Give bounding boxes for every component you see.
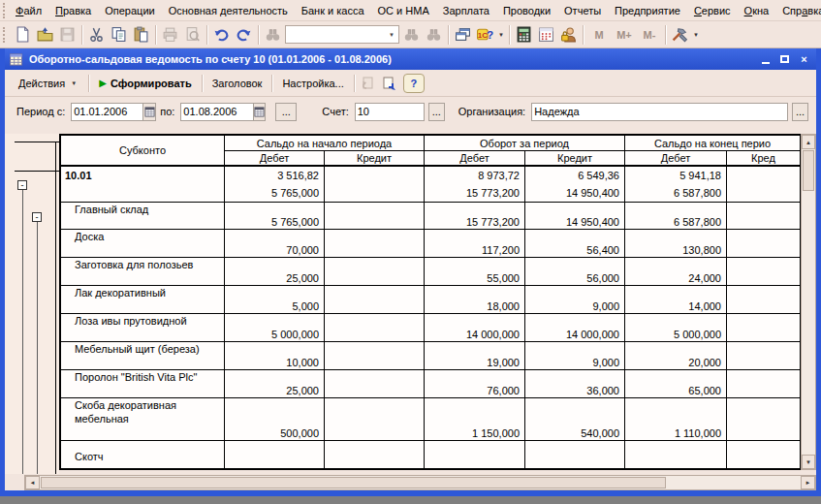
column-group-closing-balance[interactable]: Сальдо на конец перио [625,136,801,151]
chevron-down-icon[interactable]: ▼ [496,32,506,38]
user-lock-icon[interactable] [557,24,580,46]
scroll-right-icon[interactable]: ► [801,476,815,489]
period-more-button[interactable]: ... [275,103,297,121]
minimize-button[interactable] [757,52,774,67]
organization-more-button[interactable]: ... [792,103,808,121]
period-to-field[interactable] [180,103,266,121]
calendar-picker-icon[interactable] [142,104,155,120]
organization-input[interactable] [532,106,787,117]
search-combobox[interactable]: ▼ [285,25,399,44]
search-combobox-input[interactable] [286,29,381,41]
row-label-cell: Мебельный щит (береза) [61,342,225,369]
memory-minus-button: M- [637,24,662,46]
table-row[interactable]: Скоба декоративнаямебельная500,0001 150,… [61,398,801,441]
actions-menu-button[interactable]: Действия ▼ [11,74,86,93]
table-row[interactable]: Лоза ивы прутовидной5 000,00014 000,0001… [61,314,801,342]
copy-icon[interactable] [108,24,130,46]
print-icon [159,24,181,46]
save-settings-icon[interactable] [378,74,399,93]
cell-value [225,412,324,425]
menu-проводки[interactable]: Проводки [496,2,557,19]
menu-правка[interactable]: Правка [48,2,98,19]
calendar-icon[interactable] [535,24,557,46]
menu-банк-и-касса[interactable]: Банк и касса [295,2,371,19]
column-header-subconto[interactable]: Субконто [61,136,225,165]
generate-button[interactable]: ▶ Сформировать [91,74,200,93]
table-row[interactable]: Доска70,000117,20056,400130,800 [61,230,801,258]
value-cell: 70,000 [225,230,325,257]
column-header-credit[interactable]: Кредит [325,151,425,165]
windows-icon[interactable] [452,24,474,46]
calculator-icon[interactable] [513,24,535,46]
calendar-picker-icon[interactable] [253,104,266,120]
menu-предприятие[interactable]: Предприятие [608,2,687,19]
window-titlebar[interactable]: Оборотно-сальдовая ведомость по счету 10… [5,48,816,70]
grouping-margin: -- [5,134,59,474]
column-header-debit[interactable]: Дебет [225,151,325,165]
menu-операции[interactable]: Операции [98,2,161,19]
toolbar-grip-handle[interactable] [3,27,8,43]
horizontal-scroll-thumb[interactable] [41,477,666,488]
column-group-period-turnover[interactable]: Оборот за период [425,136,625,151]
restore-settings-icon[interactable] [357,74,378,93]
chevron-down-icon[interactable]: ▼ [385,32,398,38]
close-button[interactable]: × [796,52,812,67]
vertical-scroll-track[interactable] [802,192,815,455]
menu-основная-деятельность[interactable]: Основная деятельность [162,2,295,19]
menu-сервис[interactable]: Сервис [687,2,738,19]
cut-icon[interactable] [85,24,108,46]
menu-ос-и-нма[interactable]: ОС и НМА [371,2,436,19]
collapse-group-button[interactable]: - [32,212,42,222]
new-document-icon[interactable] [12,24,34,46]
collapse-group-button[interactable]: - [17,180,27,190]
period-to-input[interactable] [181,106,252,117]
column-header-debit[interactable]: Дебет [425,151,525,165]
maximize-button[interactable] [776,52,793,67]
open-icon[interactable] [34,24,56,46]
period-from-field[interactable] [71,103,156,121]
account-more-button[interactable]: ... [428,103,445,121]
table-row[interactable]: Скотч [61,441,801,470]
menu-окна[interactable]: Окна [738,2,776,19]
column-header-credit[interactable]: Кредит [525,151,625,165]
redo-icon[interactable] [233,24,255,46]
table-row[interactable]: Поролон "British Vita Plc"25,00076,00036… [61,370,801,398]
horizontal-scroll-track[interactable] [667,476,801,489]
table-row[interactable]: Лак декоративный5,00018,0009,00014,000 [61,286,801,314]
menubar-grip-handle[interactable] [3,3,5,18]
tools-icon[interactable] [669,24,691,46]
table-row[interactable]: Заготовка для полозьев25,00055,00056,000… [61,258,801,286]
table-row[interactable]: 10.013 516,825 765,0008 973,7215 773,200… [61,167,801,203]
help-button[interactable]: ? [403,74,425,93]
column-header-debit[interactable]: Дебет [625,151,727,165]
account-input[interactable] [356,106,424,117]
paste-icon[interactable] [130,24,152,46]
scroll-left-icon[interactable]: ◄ [25,476,40,489]
cell-value [727,426,800,440]
header-button[interactable]: Заголовок [205,74,270,93]
undo-icon[interactable] [210,24,233,46]
cell-value [325,356,424,369]
cell-value: 14,000 [625,299,726,313]
scroll-down-icon[interactable]: ▼ [802,455,815,469]
settings-button[interactable]: Настройка... [274,74,351,93]
column-group-opening-balance[interactable]: Сальдо на начало периода [225,136,425,151]
menu-зарплата[interactable]: Зарплата [436,2,496,19]
chevron-down-icon[interactable]: ▼ [691,32,701,38]
organization-field[interactable] [531,103,788,121]
vertical-scroll-thumb[interactable] [803,150,814,191]
help-1c-icon[interactable]: 1С? [474,24,496,46]
horizontal-scrollbar[interactable]: ◄ ► [24,475,816,490]
vertical-scrollbar[interactable]: ▲ ▼ [801,134,816,470]
mdi-workspace-strip [0,496,821,504]
menu-отчеты[interactable]: Отчеты [557,2,608,19]
account-field[interactable] [355,103,425,121]
table-row[interactable]: Мебельный щит (береза)10,00019,0009,0002… [61,342,801,370]
period-from-input[interactable] [72,106,142,117]
value-cell: 15 773,200 [425,203,525,229]
table-row[interactable]: Главный склад5 765,00015 773,20014 950,4… [61,203,801,230]
scroll-up-icon[interactable]: ▲ [802,135,815,149]
column-header-credit[interactable]: Кред [727,151,801,165]
menu-справка[interactable]: Справка [775,2,821,19]
menu-файл[interactable]: Файл [9,2,48,19]
